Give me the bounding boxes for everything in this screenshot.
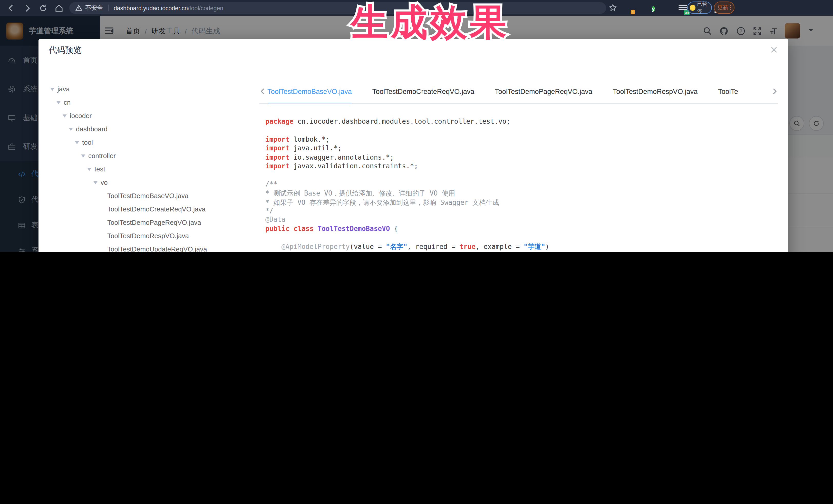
url-host: dashboard.yudao.iocoder.cn <box>114 5 188 11</box>
code-viewer[interactable]: package cn.iocoder.dashboard.modules.too… <box>265 118 774 252</box>
code-line: public class ToolTestDemoBaseVO { <box>265 224 774 234</box>
file-tab[interactable]: ToolTestDemoCreateReqVO.java <box>372 82 475 104</box>
code-line: * 如果子 VO 存在差异的字段，请不要添加到这里，影响 Swagger 文档生… <box>265 198 774 207</box>
extension-badge: 1 <box>631 10 635 15</box>
tree-node-label: controller <box>88 152 116 159</box>
app-page: 芋道管理系统 首页/研发工具/代码生成 ? 首页系统基础研发 代代表系数 <box>0 16 833 252</box>
tree-folder[interactable]: iocoder <box>49 109 250 122</box>
dialog-title: 代码预览 <box>49 45 81 56</box>
caret-down-icon[interactable] <box>81 154 85 159</box>
code-line: @Data <box>265 216 774 225</box>
code-line: package cn.iocoder.dashboard.modules.too… <box>265 118 774 126</box>
browser-update-button[interactable]: 更新 <box>714 2 735 14</box>
caret-down-icon[interactable] <box>50 88 54 93</box>
code-line: import javax.validation.constraints.*; <box>265 162 774 171</box>
extension-green-icon[interactable]: y <box>652 4 661 12</box>
file-tab[interactable]: ToolTestDemoRespVO.java <box>613 82 697 104</box>
code-line: import java.util.*; <box>265 144 774 153</box>
tree-folder[interactable]: test <box>49 162 250 175</box>
code-line: import io.swagger.annotations.*; <box>265 153 774 162</box>
tree-node-label: ToolTestDemoUpdateReqVO.java <box>107 245 207 252</box>
back-icon[interactable] <box>7 3 16 13</box>
annotation-stamp: 生成效果生成效果 <box>351 1 509 44</box>
tabs-bottom-border <box>259 103 778 104</box>
reload-icon[interactable] <box>39 3 48 13</box>
caret-down-icon[interactable] <box>56 101 61 106</box>
tree-node-label: ToolTestDemoBaseVO.java <box>107 192 189 199</box>
file-tabs: ToolTestDemoBaseVO.javaToolTestDemoCreat… <box>259 82 778 104</box>
caret-down-icon[interactable] <box>87 168 91 173</box>
tree-folder[interactable]: vo <box>49 175 250 189</box>
screen: 不安全 dashboard.yudao.iocoder.cn/tool/code… <box>0 0 833 252</box>
address-bar[interactable]: 不安全 dashboard.yudao.iocoder.cn/tool/code… <box>69 2 606 14</box>
tree-node-label: tool <box>82 138 93 146</box>
code-preview-dialog: 代码预览 javacniocoderdashboardtoolcontrolle… <box>39 39 788 252</box>
tree-file[interactable]: ToolTestDemoCreateReqVO.java <box>49 202 250 216</box>
home-icon[interactable] <box>54 3 64 13</box>
caret-down-icon[interactable] <box>63 114 67 119</box>
code-line: @NotNull(message = "名字不能为空") <box>265 251 774 252</box>
paused-extension-badge[interactable]: 已暂停 <box>687 2 712 14</box>
tree-node-label: iocoder <box>70 112 92 119</box>
caret-down-icon[interactable] <box>75 141 79 146</box>
file-tree: javacniocoderdashboardtoolcontrollertest… <box>49 82 250 252</box>
code-line: * 测试示例 Base VO，提供给添加、修改、详细的子 VO 使用 <box>265 189 774 198</box>
extension-diamond-icon[interactable] <box>666 4 674 12</box>
url-path: /tool/codegen <box>188 5 223 11</box>
caret-down-icon[interactable] <box>93 181 97 186</box>
not-secure-warning-icon <box>75 5 82 11</box>
tree-node-label: vo <box>101 178 108 186</box>
tree-node-label: dashboard <box>76 125 108 133</box>
close-icon[interactable] <box>770 46 778 54</box>
extension-drop-icon[interactable] <box>638 4 647 12</box>
tree-file[interactable]: ToolTestDemoUpdateReqVO.java <box>49 242 250 252</box>
file-tab[interactable]: ToolTestDemoBaseVO.java <box>267 82 352 104</box>
bookmark-star-icon[interactable] <box>609 4 617 12</box>
file-tab[interactable]: ToolTestDemoPageReqVO.java <box>495 82 592 104</box>
emoji-face-icon <box>690 5 695 11</box>
tree-node-label: ToolTestDemoPageReqVO.java <box>107 218 201 226</box>
menu-dots-icon <box>730 4 731 11</box>
code-line: */ <box>265 207 774 216</box>
tree-folder[interactable]: cn <box>49 95 250 109</box>
code-line <box>265 126 774 136</box>
tree-node-label: java <box>57 85 70 93</box>
tree-file[interactable]: ToolTestDemoBaseVO.java <box>49 189 250 202</box>
tree-folder[interactable]: controller <box>49 149 250 162</box>
code-line <box>265 171 774 180</box>
security-label[interactable]: 不安全 <box>85 4 103 12</box>
tabs-scroll-right-icon[interactable] <box>771 88 778 95</box>
extension-orange-icon[interactable]: 1 <box>624 4 633 12</box>
code-line <box>265 234 774 242</box>
code-line: @ApiModelProperty(value = "名字", required… <box>265 242 774 251</box>
tree-file[interactable]: ToolTestDemoRespVO.java <box>49 229 250 242</box>
extensions-puzzle-icon[interactable] <box>674 4 683 12</box>
forward-icon[interactable] <box>23 3 32 13</box>
tree-folder[interactable]: dashboard <box>49 122 250 136</box>
file-tab[interactable]: ToolTe <box>718 82 738 104</box>
tree-file[interactable]: ToolTestDemoPageReqVO.java <box>49 216 250 229</box>
code-line: import lombok.*; <box>265 136 774 144</box>
caret-down-icon[interactable] <box>69 127 73 133</box>
tree-node-label: ToolTestDemoRespVO.java <box>107 232 189 239</box>
tree-node-label: cn <box>64 98 71 106</box>
tree-folder[interactable]: java <box>49 82 250 95</box>
tabs-scroll-left-icon[interactable] <box>259 88 266 95</box>
code-line: /** <box>265 180 774 189</box>
tree-folder[interactable]: tool <box>49 136 250 149</box>
divider <box>108 5 109 11</box>
tree-node-label: test <box>94 165 105 173</box>
tree-node-label: ToolTestDemoCreateReqVO.java <box>107 205 206 213</box>
